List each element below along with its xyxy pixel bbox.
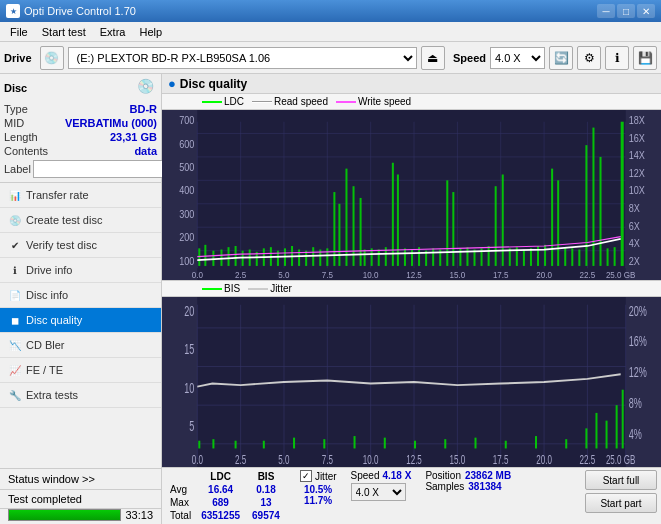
svg-text:20: 20 [184,303,194,318]
jitter-checkbox[interactable]: ✓ [300,470,312,482]
svg-rect-97 [544,245,546,266]
label-input[interactable] [33,160,166,178]
svg-rect-163 [606,421,608,449]
menu-help[interactable]: Help [133,24,168,40]
svg-rect-65 [326,248,328,266]
svg-text:14X: 14X [629,150,646,162]
action-buttons: Start full Start part [585,470,657,513]
svg-rect-160 [565,439,567,448]
svg-rect-102 [578,250,580,266]
svg-text:200: 200 [179,232,195,244]
drive-select[interactable]: (E:) PLEXTOR BD-R PX-LB950SA 1.06 [68,47,417,69]
jitter-max-val: 11.7% [304,495,337,506]
svg-text:4X: 4X [629,238,640,250]
svg-rect-61 [298,250,300,266]
legend-write-speed: Write speed [336,96,411,107]
svg-rect-148 [212,439,214,448]
svg-text:10.0: 10.0 [363,453,379,466]
svg-rect-78 [411,250,413,266]
transfer-rate-label: Transfer rate [26,189,89,201]
svg-rect-151 [293,438,295,449]
start-part-button[interactable]: Start part [585,493,657,513]
drive-icon-btn[interactable]: 💿 [40,46,64,70]
samples-label: Samples [425,481,464,492]
svg-text:7.5: 7.5 [322,453,333,466]
sidebar-item-drive-info[interactable]: ℹ Drive info [0,258,161,283]
svg-rect-99 [557,180,559,266]
svg-rect-67 [338,204,340,266]
info-button[interactable]: ℹ [605,46,629,70]
menu-bar: File Start test Extra Help [0,22,661,42]
contents-label: Contents [4,145,48,157]
position-section: Position 23862 MB Samples 381384 [425,470,511,492]
app-title: Opti Drive Control 1.70 [24,5,136,17]
svg-text:16X: 16X [629,132,646,144]
mid-label: MID [4,117,24,129]
svg-rect-147 [198,441,200,449]
svg-text:15.0: 15.0 [450,269,466,280]
disc-panel-icon[interactable]: 💿 [137,78,157,98]
status-window-label: Status window >> [8,473,95,485]
maximize-button[interactable]: □ [617,4,635,18]
fe-te-icon: 📈 [8,363,22,377]
type-label: Type [4,103,28,115]
legend-jitter-label: Jitter [270,283,292,294]
speed-select-stats[interactable]: 4.0 X [351,483,406,501]
sidebar-item-create-test-disc[interactable]: 💿 Create test disc [0,208,161,233]
drive-label: Drive [4,52,32,64]
legend-ldc: LDC [202,96,244,107]
svg-rect-98 [551,169,553,266]
settings-button[interactable]: ⚙ [577,46,601,70]
transfer-rate-icon: 📊 [8,188,22,202]
menu-start-test[interactable]: Start test [36,24,92,40]
max-bis-val: 13 [246,496,286,509]
eject-button[interactable]: ⏏ [421,46,445,70]
drive-info-label: Drive info [26,264,72,276]
svg-text:8X: 8X [629,202,640,214]
svg-text:15.0: 15.0 [450,453,466,466]
menu-file[interactable]: File [4,24,34,40]
svg-rect-161 [585,428,587,448]
cd-bler-icon: 📉 [8,338,22,352]
speed-select[interactable]: 4.0 X [490,47,545,69]
ldc-col-header: LDC [195,470,246,483]
sidebar-item-disc-quality[interactable]: ◼ Disc quality [0,308,161,333]
svg-text:5.0: 5.0 [278,269,289,280]
top-chart-container: 700 600 500 400 300 200 100 18X 16X 14X [162,110,661,280]
sidebar-item-verify-test-disc[interactable]: ✔ Verify test disc [0,233,161,258]
status-window-button[interactable]: Status window >> [0,468,161,489]
stats-area: LDC BIS Avg 16.64 0.18 Max 689 13 Tota [162,467,661,524]
svg-text:17.5: 17.5 [493,453,509,466]
sidebar-item-extra-tests[interactable]: 🔧 Extra tests [0,383,161,408]
svg-rect-164 [616,405,618,448]
minimize-button[interactable]: ─ [597,4,615,18]
svg-text:300: 300 [179,208,195,220]
contents-value: data [134,145,157,157]
verify-test-disc-label: Verify test disc [26,239,97,251]
refresh-button[interactable]: 🔄 [549,46,573,70]
label-label: Label [4,163,31,175]
svg-text:2.5: 2.5 [235,453,246,466]
start-full-button[interactable]: Start full [585,470,657,490]
menu-extra[interactable]: Extra [94,24,132,40]
status-text: Test completed [8,493,82,505]
progress-bar [8,509,121,521]
length-label: Length [4,131,38,143]
avg-bis-val: 0.18 [246,483,286,496]
sidebar-item-disc-info[interactable]: 📄 Disc info [0,283,161,308]
sidebar-item-transfer-rate[interactable]: 📊 Transfer rate [0,183,161,208]
max-label: Max [166,496,195,509]
sidebar-item-fe-te[interactable]: 📈 FE / TE [0,358,161,383]
sidebar-item-cd-bler[interactable]: 📉 CD Bler [0,333,161,358]
close-button[interactable]: ✕ [637,4,655,18]
disc-title: Disc [4,82,27,94]
total-ldc-val: 6351255 [195,509,246,522]
app-icon: ★ [6,4,20,18]
save-button[interactable]: 💾 [633,46,657,70]
fe-te-label: FE / TE [26,364,63,376]
progress-bar-area: 33:13 [0,508,161,524]
svg-text:2X: 2X [629,255,640,267]
svg-text:12%: 12% [629,364,648,379]
title-bar: ★ Opti Drive Control 1.70 ─ □ ✕ [0,0,661,22]
bis-color-swatch [202,288,222,290]
